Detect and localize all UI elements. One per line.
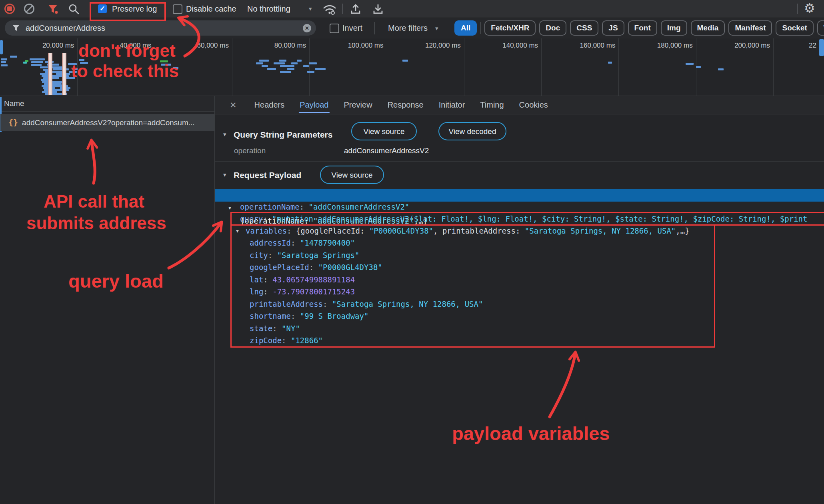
- clear-filter-icon[interactable]: ✕: [303, 24, 311, 32]
- timeline-gridline: [387, 38, 387, 96]
- timeline-tick-label: 20,000 ms: [14, 42, 74, 50]
- waterfall-bar[interactable]: [309, 62, 317, 64]
- waterfall-bar[interactable]: [280, 65, 294, 67]
- clear-icon[interactable]: [24, 4, 34, 14]
- waterfall-bar[interactable]: [31, 64, 42, 66]
- request-row[interactable]: {}addConsumerAddressV2?operation=addCons…: [0, 114, 214, 131]
- network-conditions-icon[interactable]: [322, 3, 337, 15]
- waterfall-bar[interactable]: [1, 61, 6, 63]
- load-event-line: [48, 53, 52, 95]
- waterfall-bar[interactable]: [696, 66, 701, 68]
- waterfall-bar[interactable]: [718, 68, 724, 70]
- waterfall-bar[interactable]: [608, 62, 612, 64]
- filter-chip-socket[interactable]: Socket: [776, 20, 813, 36]
- tab-response[interactable]: Response: [388, 96, 424, 114]
- record-icon[interactable]: [4, 4, 15, 14]
- payload-row-operationName[interactable]: operationName: "addConsumerAddressV2": [240, 201, 409, 212]
- detail-tab-bar: ✕ HeadersPayloadPreviewResponseInitiator…: [215, 96, 824, 114]
- search-icon[interactable]: [68, 3, 80, 15]
- waterfall-bar[interactable]: [1, 64, 8, 66]
- invert-label[interactable]: Invert: [342, 18, 362, 38]
- tab-timing[interactable]: Timing: [480, 96, 504, 114]
- import-har-icon[interactable]: [350, 3, 362, 15]
- waterfall-bar[interactable]: [23, 62, 27, 64]
- waterfall-bar[interactable]: [291, 62, 298, 64]
- waterfall-bar[interactable]: [303, 65, 309, 67]
- disable-cache-label[interactable]: Disable cache: [186, 0, 236, 18]
- collapse-arrow-icon[interactable]: ▾: [223, 131, 226, 138]
- annotation-box-variables: [230, 224, 715, 348]
- filter-icon[interactable]: [47, 3, 59, 15]
- payload-view-source-button[interactable]: View source: [320, 166, 384, 184]
- tab-preview[interactable]: Preview: [344, 96, 372, 114]
- qsp-value: addConsumerAddressV2: [344, 146, 429, 155]
- filter-chip-font[interactable]: Font: [628, 20, 657, 36]
- annotation-box-preserve-log: [90, 2, 166, 21]
- json-request-icon: {}: [8, 118, 18, 127]
- disable-cache-checkbox[interactable]: [173, 4, 182, 14]
- annotation-dont-forget: don't forget: [78, 41, 176, 61]
- chevron-down-icon[interactable]: ▾: [435, 18, 438, 38]
- timeline-tick-label: 60,000 ms: [169, 42, 229, 50]
- view-decoded-button[interactable]: View decoded: [438, 122, 506, 140]
- request-payload-title[interactable]: Request Payload: [234, 170, 301, 180]
- waterfall-bar[interactable]: [259, 60, 269, 62]
- chevron-down-icon[interactable]: ▾: [309, 0, 312, 18]
- timeline-tick-label: 80,000 ms: [246, 42, 306, 50]
- annotation-to-check-this: to check this: [71, 61, 179, 81]
- query-string-params-title[interactable]: Query String Parameters: [234, 130, 332, 140]
- view-source-button[interactable]: View source: [351, 122, 417, 140]
- waterfall-bar[interactable]: [274, 62, 285, 64]
- waterfall-bar[interactable]: [402, 60, 408, 62]
- waterfall-bar[interactable]: [315, 68, 326, 70]
- filter-chip-wasm[interactable]: Wasm: [817, 20, 824, 36]
- requests-panel: Name {}addConsumerAddressV2?operation=ad…: [0, 96, 215, 504]
- name-column-header[interactable]: Name: [0, 96, 214, 112]
- waterfall-bar[interactable]: [262, 65, 268, 67]
- throttling-select[interactable]: No throttling: [247, 0, 290, 18]
- export-har-icon[interactable]: [372, 3, 384, 15]
- filter-input[interactable]: addConsumerAddress ✕: [5, 20, 316, 36]
- waterfall-bar[interactable]: [287, 68, 294, 70]
- waterfall-bar[interactable]: [30, 58, 45, 60]
- close-icon[interactable]: ✕: [230, 100, 237, 110]
- tab-cookies[interactable]: Cookies: [519, 96, 548, 114]
- collapse-arrow-icon[interactable]: ▾: [223, 171, 226, 178]
- waterfall-bar[interactable]: [1, 58, 7, 60]
- qsp-key: operation: [234, 146, 266, 155]
- filter-chip-css[interactable]: CSS: [570, 20, 598, 36]
- request-name[interactable]: addConsumerAddressV2?operation=addConsum…: [22, 118, 194, 127]
- tab-initiator[interactable]: Initiator: [439, 96, 465, 114]
- tab-payload[interactable]: Payload: [300, 96, 328, 114]
- timeline-tick-label: 120,000 ms: [401, 42, 461, 50]
- gear-icon[interactable]: ⚙: [804, 1, 815, 16]
- filter-chip-doc[interactable]: Doc: [539, 20, 566, 36]
- waterfall-bar[interactable]: [256, 62, 263, 64]
- waterfall-bar[interactable]: [267, 68, 276, 70]
- tab-headers[interactable]: Headers: [254, 96, 285, 114]
- waterfall-bar[interactable]: [10, 56, 17, 58]
- timeline-gridline: [309, 38, 310, 96]
- timeline-gridline: [232, 38, 232, 96]
- filter-chip-img[interactable]: Img: [661, 20, 687, 36]
- waterfall-bar[interactable]: [31, 61, 43, 63]
- timeline-right-handle[interactable]: [819, 39, 824, 56]
- filter-chip-manifest[interactable]: Manifest: [728, 20, 772, 36]
- waterfall-bar[interactable]: [53, 68, 69, 70]
- waterfall-bar[interactable]: [280, 71, 291, 73]
- more-filters-button[interactable]: More filters: [388, 18, 428, 38]
- filter-chip-js[interactable]: JS: [602, 20, 624, 36]
- name-header-label: Name: [4, 99, 24, 108]
- waterfall-bar[interactable]: [279, 60, 286, 62]
- filter-chip-fetch-xhr[interactable]: Fetch/XHR: [484, 20, 536, 36]
- invert-checkbox[interactable]: [330, 24, 339, 33]
- filter-funnel-icon: [12, 24, 20, 32]
- waterfall-bar[interactable]: [297, 60, 302, 62]
- waterfall-bar[interactable]: [307, 71, 314, 73]
- filter-input-value[interactable]: addConsumerAddress: [26, 20, 105, 36]
- timeline-left-handle[interactable]: [0, 40, 3, 54]
- filter-chip-all[interactable]: All: [454, 20, 477, 36]
- payload-summary-row[interactable]: ▾ {operationName: "addConsumerAddressV2"…: [215, 189, 824, 202]
- filter-chip-media[interactable]: Media: [691, 20, 725, 36]
- waterfall-bar[interactable]: [686, 63, 694, 65]
